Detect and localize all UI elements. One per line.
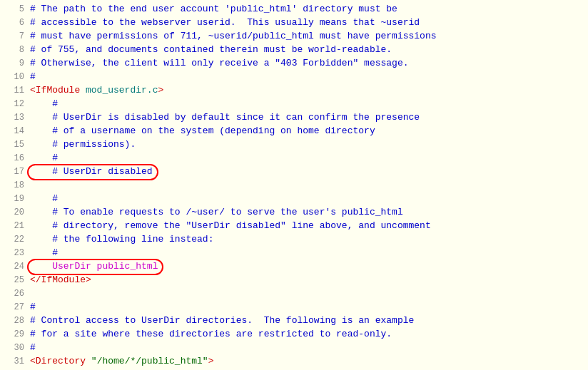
code-line: 26	[0, 287, 588, 301]
line-number: 19	[4, 193, 24, 205]
code-line: 8# of 755, and documents contained there…	[0, 43, 588, 57]
code-line: 11<IfModule mod_userdir.c>	[0, 84, 588, 98]
line-content: UserDir public_html	[30, 260, 584, 274]
code-line: 31<Directory "/home/*/public_html">	[0, 355, 588, 369]
line-number: 27	[4, 302, 24, 314]
line-number: 29	[4, 329, 24, 341]
line-number: 15	[4, 139, 24, 151]
code-line: 17 # UserDir disabled	[0, 165, 588, 179]
code-line: 28# Control access to UserDir directorie…	[0, 314, 588, 328]
code-line: 18	[0, 179, 588, 192]
line-number: 6	[4, 17, 24, 29]
line-number: 22	[4, 234, 24, 246]
line-number: 26	[4, 288, 24, 300]
line-content: # permissions).	[30, 138, 584, 152]
line-number: 14	[4, 125, 24, 138]
code-line: 6# accessible to the webserver userid. T…	[0, 16, 588, 30]
line-content: # accessible to the webserver userid. Th…	[30, 16, 584, 30]
line-content: #	[30, 341, 584, 355]
line-content: # To enable requests to /~user/ to serve…	[30, 206, 584, 220]
line-content: # UserDir disabled	[30, 165, 584, 179]
code-editor: 5# The path to the end user account 'pub…	[0, 0, 588, 370]
line-number: 28	[4, 315, 24, 327]
line-number: 5	[4, 4, 24, 16]
line-content: # Otherwise, the client will only receiv…	[30, 57, 584, 71]
line-number: 11	[4, 85, 24, 97]
code-line: 16 #	[0, 152, 588, 165]
line-number: 23	[4, 247, 24, 259]
line-number: 16	[4, 153, 24, 165]
code-line: 7# must have permissions of 711, ~userid…	[0, 30, 588, 43]
line-number: 18	[4, 180, 24, 192]
line-number: 20	[4, 207, 24, 219]
code-line: 29# for a site where these directories a…	[0, 328, 588, 341]
line-content: # must have permissions of 711, ~userid/…	[30, 30, 584, 43]
code-line: 21 # directory, remove the "UserDir disa…	[0, 220, 588, 233]
line-content: # of a username on the system (depending…	[30, 125, 584, 138]
line-content: <IfModule mod_userdir.c>	[30, 84, 584, 98]
line-content: #	[30, 152, 584, 165]
line-content: #	[30, 98, 584, 111]
line-content: # UserDir is disabled by default since i…	[30, 111, 584, 125]
code-line: 20 # To enable requests to /~user/ to se…	[0, 206, 588, 220]
line-content: #	[30, 247, 584, 260]
code-line: 10#	[0, 71, 588, 84]
line-content: #	[30, 192, 584, 206]
line-number: 31	[4, 356, 24, 368]
code-line: 24 UserDir public_html	[0, 260, 588, 274]
code-line: 14 # of a username on the system (depend…	[0, 125, 588, 138]
line-number: 30	[4, 342, 24, 354]
line-number: 7	[4, 31, 24, 43]
line-number: 12	[4, 98, 24, 111]
code-line: 27#	[0, 301, 588, 314]
code-line: 23 #	[0, 247, 588, 260]
code-line: 30#	[0, 341, 588, 355]
line-content: # the following line instead:	[30, 233, 584, 247]
line-content: # The path to the end user account 'publ…	[30, 3, 584, 16]
line-content: </IfModule>	[30, 274, 584, 287]
code-line: 25</IfModule>	[0, 274, 588, 287]
code-line: 5# The path to the end user account 'pub…	[0, 3, 588, 16]
line-content: <Directory "/home/*/public_html">	[30, 355, 584, 369]
code-line: 9# Otherwise, the client will only recei…	[0, 57, 588, 71]
code-line: 13 # UserDir is disabled by default sinc…	[0, 111, 588, 125]
line-number: 8	[4, 44, 24, 56]
code-line: 22 # the following line instead:	[0, 233, 588, 247]
line-number: 10	[4, 71, 24, 83]
code-line: 15 # permissions).	[0, 138, 588, 152]
line-number: 13	[4, 112, 24, 124]
line-number: 21	[4, 220, 24, 232]
line-content: #	[30, 71, 584, 84]
code-line: 12 #	[0, 98, 588, 111]
line-number: 25	[4, 274, 24, 287]
code-line: 19 #	[0, 192, 588, 206]
line-number: 24	[4, 261, 24, 273]
line-number: 9	[4, 58, 24, 70]
line-number: 17	[4, 166, 24, 178]
line-content: # Control access to UserDir directories.…	[30, 314, 584, 328]
line-content: # of 755, and documents contained therei…	[30, 43, 584, 57]
line-content: # for a site where these directories are…	[30, 328, 584, 341]
line-content: #	[30, 301, 584, 314]
line-content: # directory, remove the "UserDir disable…	[30, 220, 584, 233]
